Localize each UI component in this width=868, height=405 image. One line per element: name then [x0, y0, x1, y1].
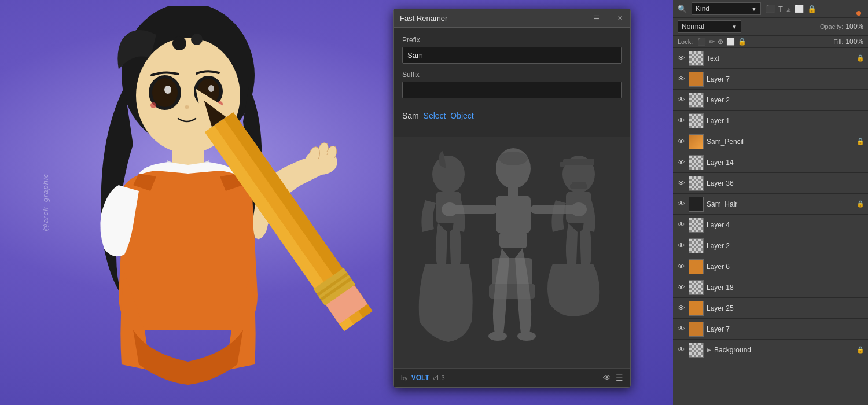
- preview-dynamic: Select_Object: [424, 111, 474, 120]
- layer-row[interactable]: 👁Sam_Pencil🔒: [673, 131, 868, 152]
- svg-rect-40: [563, 159, 594, 165]
- lock-artboard-icon[interactable]: ⊕: [718, 38, 723, 46]
- prefix-input[interactable]: [402, 47, 622, 64]
- opacity-value[interactable]: 100%: [845, 23, 863, 31]
- layer-row[interactable]: 👁Layer 2: [673, 90, 868, 111]
- adjustment-filter-icon[interactable]: T: [778, 5, 783, 13]
- dialog-close-button[interactable]: ✕: [616, 14, 624, 23]
- layer-row[interactable]: 👁Layer 14: [673, 152, 868, 173]
- layers-panel: 🔍 Kind ▼ ⬛ T ⟁ ⬜ 🔒 Normal ▼ Opacity: 100…: [673, 0, 868, 405]
- lock-position-icon[interactable]: ✏: [709, 38, 715, 46]
- layer-row[interactable]: 👁Text🔒: [673, 48, 868, 69]
- lock-pixels-icon[interactable]: ⬛: [697, 38, 706, 46]
- layer-visibility-toggle[interactable]: 👁: [676, 325, 686, 333]
- fill-label: Fill:: [833, 38, 843, 45]
- layer-row[interactable]: 👁Layer 2: [673, 235, 868, 256]
- layer-visibility-toggle[interactable]: 👁: [676, 220, 686, 229]
- layer-name: Layer 6: [707, 263, 865, 271]
- footer-menu-button[interactable]: ☰: [616, 373, 623, 382]
- layer-name: Layer 2: [707, 242, 865, 250]
- character-grid[interactable]: [394, 137, 630, 368]
- svg-rect-33: [499, 232, 527, 248]
- layer-row[interactable]: 👁Layer 7: [673, 69, 868, 90]
- dialog-menu-button[interactable]: ☰: [592, 14, 601, 23]
- layer-visibility-toggle[interactable]: 👁: [676, 54, 686, 62]
- svg-point-3: [152, 78, 178, 107]
- layer-visibility-toggle[interactable]: 👁: [676, 137, 686, 146]
- layer-visibility-toggle[interactable]: 👁: [676, 179, 686, 187]
- svg-point-8: [185, 105, 189, 109]
- layer-row[interactable]: 👁Layer 1: [673, 111, 868, 131]
- svg-point-34: [488, 332, 507, 341]
- layer-row[interactable]: 👁▶Background🔒: [673, 340, 868, 360]
- footer-by-text: by: [401, 374, 408, 381]
- svg-rect-46: [489, 284, 535, 299]
- canvas-area: @arck_graphic: [0, 0, 673, 405]
- footer-eye-button[interactable]: 👁: [603, 373, 611, 382]
- layer-thumbnail: [689, 218, 704, 233]
- layer-name: Layer 18: [707, 284, 865, 292]
- layer-name: Layer 25: [707, 304, 865, 312]
- smart-filter-icon[interactable]: 🔒: [807, 5, 816, 13]
- footer-info: by VOLT v1.3: [401, 374, 445, 382]
- dialog-body: Prefix Suffix Sam_Select_Object: [394, 28, 630, 137]
- pixel-filter-icon[interactable]: ⬛: [766, 5, 775, 13]
- layer-visibility-toggle[interactable]: 👁: [676, 262, 686, 271]
- layer-thumbnail: [689, 343, 704, 358]
- layer-thumbnail: [689, 51, 704, 66]
- layer-row[interactable]: 👁Layer 25: [673, 298, 868, 319]
- svg-rect-41: [560, 162, 565, 167]
- lock-row: Lock: ⬛ ✏ ⊕ ⬜ 🔒 Fill: 100%: [673, 36, 868, 48]
- lock-icons: ⬛ ✏ ⊕ ⬜ 🔒: [697, 38, 746, 46]
- lock-icon[interactable]: 🔒: [738, 38, 746, 46]
- svg-rect-45: [492, 258, 532, 287]
- layer-visibility-toggle[interactable]: 👁: [676, 200, 686, 208]
- layer-lock-icon: 🔒: [856, 138, 865, 145]
- kind-label: Kind: [696, 5, 709, 13]
- fill-control: Fill: 100%: [833, 38, 863, 46]
- layer-visibility-toggle[interactable]: 👁: [676, 283, 686, 292]
- dialog-title: Fast Renamer: [400, 14, 447, 23]
- layer-thumbnail: [689, 197, 704, 212]
- fast-renamer-dialog: Fast Renamer ☰ ‥ ✕ Prefix Suffix Sam_Sel…: [393, 9, 631, 388]
- lock-all-icon[interactable]: ⬜: [726, 38, 735, 46]
- layer-row[interactable]: 👁Layer 18: [673, 277, 868, 298]
- layer-thumbnail: [689, 155, 704, 170]
- layer-lock-icon: 🔒: [856, 54, 865, 62]
- layer-expand-icon[interactable]: ▶: [707, 347, 711, 353]
- suffix-input[interactable]: [402, 82, 622, 98]
- layer-name: Text: [707, 54, 854, 62]
- layer-thumbnail: [689, 134, 704, 149]
- layer-row[interactable]: 👁Sam_Hair🔒: [673, 194, 868, 215]
- layer-visibility-toggle[interactable]: 👁: [676, 116, 686, 125]
- layer-thumbnail: [689, 176, 704, 191]
- layer-thumbnail: [689, 322, 704, 337]
- kind-dropdown[interactable]: Kind ▼: [692, 2, 761, 15]
- layer-visibility-toggle[interactable]: 👁: [676, 304, 686, 312]
- layer-visibility-toggle[interactable]: 👁: [676, 158, 686, 167]
- layer-name: Layer 2: [707, 96, 865, 104]
- layer-visibility-toggle[interactable]: 👁: [676, 75, 686, 83]
- layer-visibility-toggle[interactable]: 👁: [676, 95, 686, 104]
- layer-name: Layer 7: [707, 325, 865, 333]
- layer-row[interactable]: 👁Layer 7: [673, 319, 868, 340]
- type-filter-icon[interactable]: ⟁: [786, 5, 791, 13]
- panel-kind-toolbar: 🔍 Kind ▼ ⬛ T ⟁ ⬜ 🔒: [673, 0, 868, 18]
- layer-name: Sam_Pencil: [707, 138, 854, 146]
- dialog-controls: ☰ ‥ ✕: [592, 14, 624, 23]
- blend-mode-dropdown[interactable]: Normal ▼: [678, 20, 741, 33]
- fill-value[interactable]: 100%: [845, 38, 863, 46]
- shape-filter-icon[interactable]: ⬜: [795, 5, 804, 13]
- layer-row[interactable]: 👁Layer 6: [673, 256, 868, 277]
- layer-visibility-toggle[interactable]: 👁: [676, 345, 686, 354]
- layer-row[interactable]: 👁Layer 4: [673, 215, 868, 235]
- dialog-minimize-button[interactable]: ‥: [605, 14, 612, 23]
- panel-blend-toolbar: Normal ▼ Opacity: 100%: [673, 18, 868, 36]
- svg-point-35: [517, 332, 536, 341]
- blend-mode-value: Normal: [682, 23, 704, 31]
- layer-thumbnail: [689, 93, 704, 108]
- layer-thumbnail: [689, 238, 704, 253]
- layer-visibility-toggle[interactable]: 👁: [676, 241, 686, 250]
- layer-row[interactable]: 👁Layer 36: [673, 173, 868, 194]
- svg-point-12: [191, 34, 203, 45]
